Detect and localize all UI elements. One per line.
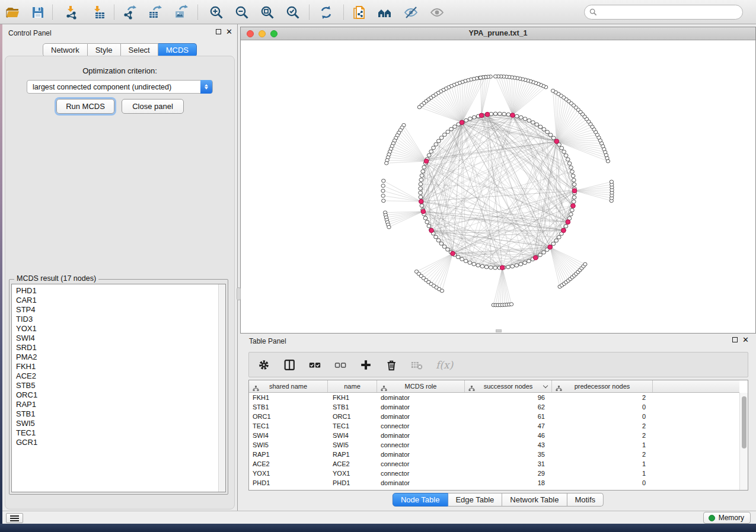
tab-edge-table[interactable]: Edge Table [448,493,502,507]
mcds-result-item[interactable]: STB5 [12,381,225,390]
vertical-splitter-handle[interactable] [237,287,241,300]
memory-button[interactable]: Memory [703,512,751,524]
close-panel-button[interactable]: Close panel [122,99,184,114]
float-panel-icon[interactable] [216,29,221,34]
scrollbar-thumb[interactable] [742,396,747,448]
zoom-selected-icon[interactable] [285,4,301,21]
refresh-layout-icon[interactable] [318,4,334,21]
show-all-icon[interactable] [429,4,445,21]
column-layout-icon[interactable] [283,358,297,372]
table-body: FKH1FKH1dominator962STB1STB1dominator620… [249,393,739,490]
table-row[interactable]: RAP1RAP1dominator352 [249,450,739,459]
export-image-icon[interactable] [173,4,190,21]
network-canvas[interactable] [241,40,755,333]
tab-style[interactable]: Style [88,43,121,57]
tab-mcds[interactable]: MCDS [158,43,197,57]
delete-column-icon[interactable] [385,358,399,372]
deselect-all-icon[interactable] [334,358,348,372]
minimize-window-icon[interactable] [259,30,266,37]
open-file-icon[interactable] [5,4,21,21]
table-row[interactable]: YOX1YOX1connector291 [249,469,739,478]
mcds-tab-content: Optimization criterion: largest connecte… [5,56,235,509]
tab-select[interactable]: Select [121,43,158,57]
select-all-icon[interactable] [308,358,323,372]
close-panel-icon[interactable]: ✕ [742,336,749,343]
network-view-frame: YPA_prune.txt_1 [240,27,756,334]
tab-network[interactable]: Network [43,43,88,57]
mcds-result-item[interactable]: TID3 [12,315,225,324]
task-history-icon[interactable] [6,513,23,523]
column-header-predecessor-nodes[interactable]: predecessor nodes [552,380,653,392]
table-row[interactable]: ORC1ORC1dominator610 [249,412,739,421]
control-panel: Control Panel ✕ NetworkStyleSelectMCDS O… [2,24,238,511]
mcds-result-item[interactable]: CAR1 [12,296,225,305]
close-window-icon[interactable] [247,30,254,37]
column-header-shared-name[interactable]: shared name [249,380,328,392]
table-row[interactable]: SWI5SWI5connector431 [249,440,739,450]
save-icon[interactable] [30,4,46,21]
toolbar-separator [309,5,310,20]
toolbar-separator [52,5,53,20]
list-scrollbar[interactable] [218,284,225,492]
mcds-result-item[interactable]: STB1 [12,409,225,419]
mcds-result-item[interactable]: YOX1 [12,324,225,334]
zoom-out-icon[interactable] [234,4,250,21]
table-cell: dominator [377,402,465,412]
table-scrollbar[interactable] [739,393,748,490]
table-row[interactable]: SWI4SWI4dominator462 [249,431,739,440]
mcds-result-item[interactable]: SRD1 [12,343,225,352]
table-row[interactable]: STB1STB1dominator620 [249,402,739,412]
table-cell: 0 [552,478,653,488]
zoom-fit-icon[interactable] [259,4,276,21]
table-cell: SWI4 [249,431,328,440]
table-row[interactable]: TEC1TEC1connector472 [249,421,739,431]
float-panel-icon[interactable] [732,337,738,342]
mcds-result-item[interactable]: GCR1 [12,438,225,447]
column-header-MCDS-role[interactable]: MCDS role [377,380,465,392]
table-row[interactable]: ACE2ACE2connector311 [249,459,739,469]
close-panel-icon[interactable]: ✕ [226,28,232,35]
tab-network-table[interactable]: Network Table [502,493,567,507]
add-column-icon[interactable] [359,358,374,372]
table-panel-title: Table Panel [249,337,286,345]
table-cell: 29 [465,469,552,478]
table-row[interactable]: FKH1FKH1dominator962 [249,393,739,402]
tab-motifs[interactable]: Motifs [567,493,604,507]
mcds-result-item[interactable]: FKH1 [12,362,225,371]
mcds-result-item[interactable]: ORC1 [12,390,225,400]
import-network-icon[interactable] [63,4,80,21]
horizontal-splitter-handle[interactable] [496,329,502,332]
mcds-result-item[interactable]: TEC1 [12,428,225,438]
mcds-result-item[interactable]: STP4 [12,305,225,315]
table-row[interactable]: PHD1PHD1dominator180 [249,478,739,488]
delete-table-icon[interactable] [410,358,425,372]
hide-selected-icon[interactable] [403,4,419,21]
criterion-select[interactable]: largest connected component (undirected) [27,80,213,94]
column-header-successor-nodes[interactable]: successor nodes [465,380,552,392]
sort-chevron-icon[interactable] [543,383,548,388]
mcds-result-item[interactable]: PHD1 [12,286,225,296]
import-table-icon[interactable] [90,4,107,21]
export-network-icon[interactable] [122,4,138,21]
tab-node-table[interactable]: Node Table [393,493,448,507]
search-input[interactable] [597,7,742,18]
zoom-in-icon[interactable] [208,4,225,21]
toolbar-separator [114,5,114,20]
column-header-name[interactable]: name [328,380,377,392]
mcds-result-item[interactable]: SWI5 [12,419,225,428]
maximize-window-icon[interactable] [270,30,277,37]
column-header-empty [653,380,739,392]
function-builder-icon[interactable]: f(x) [436,358,453,372]
mcds-result-item[interactable]: ACE2 [12,371,225,381]
mcds-result-item[interactable]: SWI4 [12,334,225,343]
gear-icon[interactable] [257,358,272,372]
mcds-result-item[interactable]: PMA2 [12,352,225,362]
network-from-selection-icon[interactable] [352,4,368,21]
mcds-result-item[interactable]: RAP1 [12,400,225,409]
first-neighbors-icon[interactable] [377,4,393,21]
run-mcds-button[interactable]: Run MCDS [56,99,114,114]
table-cell: dominator [377,450,465,459]
network-window-titlebar[interactable]: YPA_prune.txt_1 [241,27,755,40]
export-table-icon[interactable] [147,4,164,21]
table-cell: dominator [377,412,465,421]
